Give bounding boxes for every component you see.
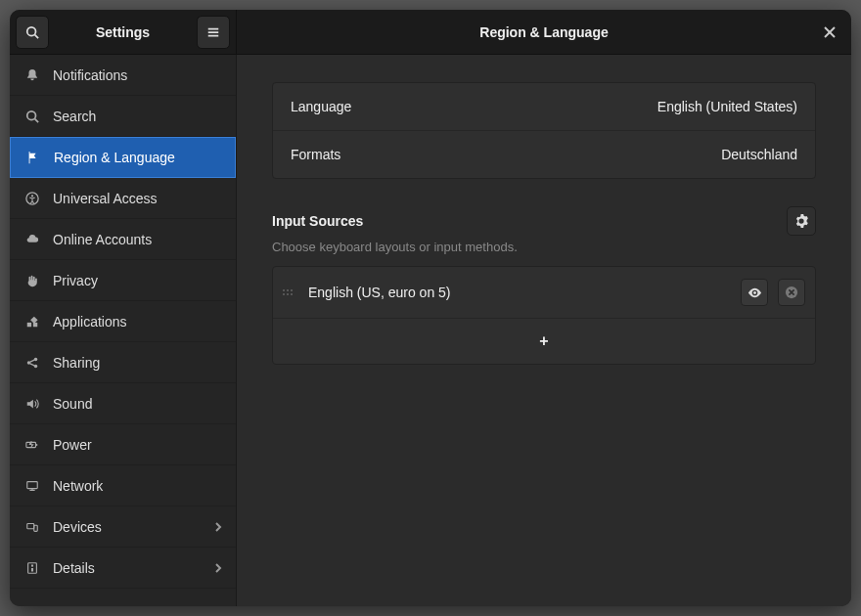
network-icon (23, 479, 41, 493)
sidebar-item-label: Details (53, 560, 95, 576)
search-icon (25, 25, 39, 39)
titlebar-right: Region & Language (237, 10, 851, 54)
menu-button[interactable] (197, 16, 230, 49)
show-layout-button[interactable] (741, 279, 768, 306)
sidebar: Notifications Search Region & Language U… (10, 55, 237, 606)
apps-icon (23, 315, 41, 329)
chevron-right-icon (214, 562, 222, 574)
power-icon (23, 438, 41, 452)
share-icon (23, 356, 41, 370)
titlebar-left: Settings (10, 10, 237, 54)
accessibility-icon (23, 192, 41, 205)
svg-line-8 (35, 118, 39, 122)
svg-rect-23 (31, 564, 33, 566)
sidebar-item-label: Search (53, 109, 96, 124)
sidebar-item-label: Sharing (53, 355, 100, 371)
input-sources-title: Input Sources (272, 213, 363, 229)
input-sources-subtitle: Choose keyboard layouts or input methods… (272, 240, 816, 254)
formats-value: Deutschland (721, 147, 797, 162)
sidebar-item-sharing[interactable]: Sharing (10, 342, 236, 383)
svg-point-10 (31, 195, 33, 197)
svg-point-0 (27, 26, 36, 35)
details-icon (23, 561, 41, 575)
close-button[interactable] (818, 21, 841, 44)
sidebar-item-label: Privacy (53, 273, 98, 288)
search-button[interactable] (16, 16, 49, 49)
sidebar-item-sound[interactable]: Sound (10, 383, 236, 424)
input-source-row[interactable]: English (US, euro on 5) (273, 267, 815, 319)
close-icon (824, 26, 836, 38)
sidebar-item-devices[interactable]: Devices (10, 506, 236, 548)
add-input-source-button[interactable]: + (273, 319, 815, 364)
hand-icon (23, 274, 41, 287)
sidebar-item-universal-access[interactable]: Universal Access (10, 178, 236, 219)
cloud-icon (23, 233, 41, 246)
settings-window: Settings Region & Language Notifications… (10, 10, 851, 606)
remove-input-source-button[interactable] (778, 279, 805, 306)
sidebar-item-search[interactable]: Search (10, 96, 236, 137)
sidebar-item-label: Devices (53, 519, 102, 535)
formats-row[interactable]: Formats Deutschland (273, 131, 815, 178)
language-label: Language (291, 99, 351, 114)
sidebar-item-details[interactable]: Details (10, 548, 236, 589)
svg-rect-18 (36, 444, 38, 446)
bell-icon (23, 68, 41, 82)
input-sources-options-button[interactable] (787, 206, 816, 236)
sidebar-item-region-language[interactable]: Region & Language (10, 137, 236, 178)
input-source-name: English (US, euro on 5) (302, 285, 731, 300)
chevron-right-icon (214, 521, 222, 533)
sidebar-item-label: Region & Language (54, 150, 175, 165)
svg-rect-12 (27, 322, 31, 326)
sidebar-item-label: Notifications (53, 67, 127, 83)
language-formats-panel: Language English (United States) Formats… (272, 82, 816, 179)
input-sources-list: English (US, euro on 5) + (272, 266, 816, 365)
svg-rect-20 (27, 523, 34, 528)
svg-rect-19 (27, 481, 38, 488)
sidebar-item-label: Sound (53, 396, 92, 412)
devices-icon (23, 520, 41, 534)
sidebar-item-power[interactable]: Power (10, 424, 236, 465)
hamburger-icon (206, 25, 220, 39)
sidebar-item-label: Universal Access (53, 191, 158, 206)
sidebar-item-applications[interactable]: Applications (10, 301, 236, 342)
svg-point-25 (753, 291, 756, 294)
remove-icon (785, 286, 798, 299)
sidebar-item-notifications[interactable]: Notifications (10, 55, 236, 96)
titlebar: Settings Region & Language (10, 10, 851, 55)
svg-rect-21 (34, 525, 38, 531)
drag-handle-icon[interactable] (283, 289, 293, 295)
svg-line-1 (35, 34, 39, 38)
sidebar-item-online-accounts[interactable]: Online Accounts (10, 219, 236, 260)
sidebar-item-label: Power (53, 437, 92, 453)
search-icon (23, 110, 41, 123)
flag-icon (24, 151, 42, 164)
formats-label: Formats (291, 147, 340, 162)
sidebar-item-label: Online Accounts (53, 232, 152, 247)
language-row[interactable]: Language English (United States) (273, 83, 815, 131)
svg-rect-24 (31, 568, 33, 572)
sidebar-item-privacy[interactable]: Privacy (10, 260, 236, 301)
input-sources-header: Input Sources (272, 206, 816, 236)
plus-icon: + (539, 332, 548, 350)
content-area: Language English (United States) Formats… (237, 55, 851, 606)
app-title: Settings (53, 24, 193, 40)
eye-icon (748, 286, 762, 300)
svg-point-7 (27, 110, 36, 119)
sound-icon (23, 397, 41, 411)
sidebar-item-label: Network (53, 478, 103, 494)
page-title: Region & Language (479, 24, 608, 40)
sidebar-item-label: Applications (53, 314, 127, 330)
sidebar-item-network[interactable]: Network (10, 465, 236, 506)
svg-rect-13 (33, 322, 37, 326)
window-body: Notifications Search Region & Language U… (10, 55, 851, 606)
language-value: English (United States) (657, 99, 797, 114)
gear-icon (794, 214, 808, 228)
